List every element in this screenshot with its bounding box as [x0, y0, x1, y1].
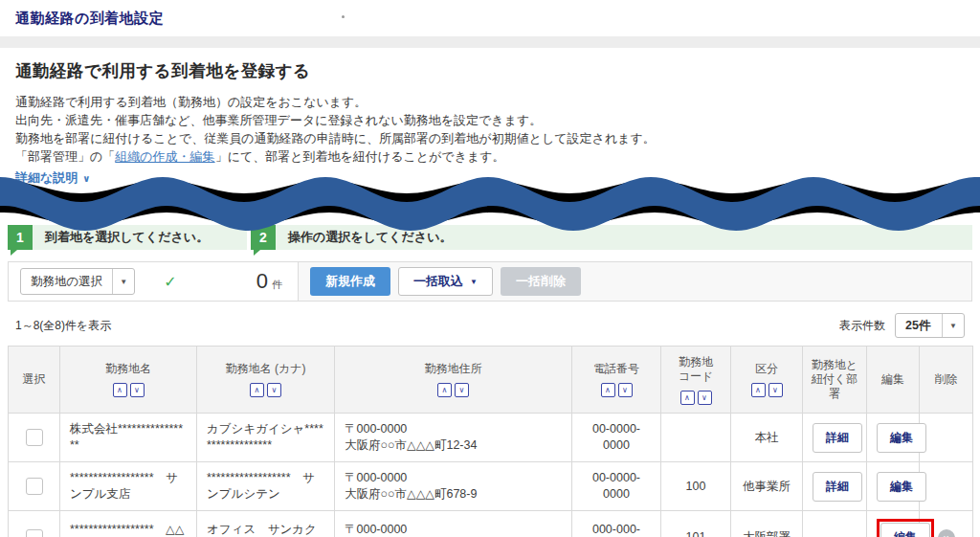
- dropdown-arrow-icon: ▼: [112, 269, 134, 294]
- worksite-select-value: 勤務地の選択: [21, 269, 112, 294]
- page-size-label: 表示件数: [839, 318, 885, 334]
- row-checkbox[interactable]: [26, 429, 43, 446]
- intro-section: 通勤経路で利用する到着地を登録する 通勤経路で利用する到着地（勤務地）の設定をお…: [0, 59, 980, 187]
- worksite-code-cell: 100: [661, 462, 731, 511]
- intro-line-2: 出向先・派遣先・催事店舗など、他事業所管理データに登録されない勤務地を設定できま…: [15, 111, 965, 129]
- step-2-label: 操作の選択をしてください。: [276, 229, 452, 246]
- table-row: ****************** サンプル支店 **************…: [9, 462, 973, 511]
- worksite-kana-cell: カブシキガイシャ******************: [197, 414, 335, 462]
- intro-line-4-suffix: 」にて、部署と到着地を紐付けることができます。: [215, 149, 505, 164]
- row-checkbox[interactable]: [26, 478, 43, 495]
- selected-count-unit: 件: [272, 278, 282, 292]
- sort-asc-icon[interactable]: ∧: [437, 383, 452, 397]
- worksite-code-cell: 101: [661, 511, 731, 537]
- worksite-kana-cell: オフィス サンカクサンカクテン: [197, 511, 335, 537]
- selected-count-number: 0: [256, 269, 268, 294]
- sort-desc-icon[interactable]: ∨: [267, 383, 281, 397]
- section-heading: 通勤経路で利用する到着地を登録する: [15, 59, 965, 82]
- header-worksite-kana: 勤務地名 (カナ) ∧∨: [197, 347, 335, 414]
- step-2-band: 2 操作の選択をしてください。: [251, 225, 972, 250]
- selection-panel: 勤務地の選択 ▼ ✓ 0 件: [9, 262, 298, 301]
- step-1-badge: 1: [8, 225, 33, 250]
- row-checkbox[interactable]: [26, 529, 43, 537]
- table-row: 株式会社**************** カブシキガイシャ***********…: [9, 414, 973, 462]
- page-title: 通勤経路の到着地設定: [15, 10, 164, 28]
- header-divider: [0, 36, 980, 48]
- header-worksite-code: 勤務地 コード ∧∨: [661, 347, 731, 414]
- header-select: 選択: [9, 347, 60, 414]
- sort-asc-icon[interactable]: ∧: [601, 383, 615, 397]
- sort-desc-icon[interactable]: ∨: [768, 383, 783, 397]
- worksite-address-cell: 〒000-0000 大阪府○○市△△町123-789: [335, 511, 572, 537]
- sort-asc-icon[interactable]: ∧: [113, 383, 127, 397]
- main-content: 通勤経路で利用する到着地を登録する 通勤経路で利用する到着地（勤務地）の設定をお…: [0, 48, 980, 537]
- intro-line-1: 通勤経路で利用する到着地（勤務地）の設定をおこないます。: [15, 93, 965, 111]
- delete-icon[interactable]: ×: [938, 529, 955, 537]
- sort-desc-icon[interactable]: ∨: [698, 391, 712, 405]
- stray-dot: [342, 15, 345, 18]
- sort-asc-icon[interactable]: ∧: [250, 383, 264, 397]
- worksite-name-cell: ****************** サンプル支店: [60, 462, 197, 511]
- action-toolbar: 勤務地の選択 ▼ ✓ 0 件 新規作成 一括取込 ▼ 一括削除: [8, 261, 972, 302]
- list-meta-row: 1～8(全8)件を表示 表示件数 25件 ▼: [15, 313, 965, 338]
- page-size-control: 表示件数 25件 ▼: [839, 313, 965, 338]
- category-cell: 他事業所: [731, 462, 803, 511]
- category-cell: 大阪部署: [731, 511, 803, 537]
- detail-description-toggle[interactable]: 詳細な説明 ∨: [15, 169, 90, 187]
- page-size-select[interactable]: 25件 ▼: [895, 313, 965, 338]
- header-phone: 電話番号 ∧∨: [572, 347, 661, 414]
- operation-panel: 新規作成 一括取込 ▼ 一括削除: [298, 262, 971, 301]
- phone-cell: 00-0000-0000: [572, 414, 661, 462]
- header-worksite-address: 勤務地住所 ∧∨: [335, 347, 572, 414]
- header-category: 区分 ∧∨: [731, 347, 803, 414]
- delete-cell: [920, 414, 973, 462]
- worksite-address-cell: 〒000-0000 大阪府○○市△△△町12-34: [335, 414, 572, 462]
- intro-line-3: 勤務地を部署に紐付けることで、従業員の通勤経路の申請時に、所属部署の到着地が初期…: [15, 129, 965, 147]
- bulk-import-label: 一括取込: [413, 273, 463, 290]
- org-edit-link[interactable]: 組織の作成・編集: [115, 149, 214, 164]
- intro-description: 通勤経路で利用する到着地（勤務地）の設定をおこないます。 出向先・派遣先・催事店…: [15, 93, 965, 166]
- header-worksite-name: 勤務地名 ∧∨: [60, 347, 197, 414]
- sort-desc-icon[interactable]: ∨: [618, 383, 633, 397]
- worksite-address-cell: 〒000-0000 大阪府○○市△△△町678-9: [335, 462, 572, 511]
- detail-button[interactable]: 詳細: [813, 423, 862, 453]
- result-count-text: 1～8(全8)件を表示: [15, 318, 111, 334]
- bulk-delete-button: 一括削除: [501, 267, 581, 296]
- selected-count: 0 件: [256, 269, 282, 294]
- edit-button[interactable]: 編集: [880, 523, 930, 537]
- table-header-row: 選択 勤務地名 ∧∨ 勤務地名 (カナ) ∧∨ 勤務地住所 ∧∨ 電話番号 ∧∨: [9, 347, 973, 414]
- edit-button[interactable]: 編集: [877, 472, 926, 502]
- chevron-down-icon: ∨: [82, 173, 90, 184]
- phone-cell: 000-000-0000: [572, 511, 661, 537]
- step-2-badge: 2: [251, 225, 276, 250]
- category-cell: 本社: [731, 414, 803, 462]
- intro-line-4-prefix: 「部署管理」の「: [15, 149, 115, 164]
- sort-desc-icon[interactable]: ∨: [130, 383, 145, 397]
- intro-line-4: 「部署管理」の「組織の作成・編集」にて、部署と到着地を紐付けることができます。: [15, 147, 965, 166]
- worksite-code-cell: [661, 414, 731, 462]
- sort-asc-icon[interactable]: ∧: [680, 391, 695, 405]
- linked-department-cell: [803, 511, 867, 537]
- worksite-kana-cell: ****************** サンプルシテン: [197, 462, 335, 511]
- page-header: 通勤経路の到着地設定: [0, 0, 980, 36]
- step-1-label: 到着地を選択してください。: [33, 229, 209, 246]
- worksite-table: 選択 勤務地名 ∧∨ 勤務地名 (カナ) ∧∨ 勤務地住所 ∧∨ 電話番号 ∧∨: [8, 346, 973, 537]
- detail-button[interactable]: 詳細: [813, 472, 862, 502]
- bulk-import-button[interactable]: 一括取込 ▼: [398, 267, 493, 296]
- detail-toggle-label: 詳細な説明: [15, 169, 78, 187]
- header-delete: 削除: [920, 347, 973, 414]
- step-indicator-row: 1 到着地を選択してください。 2 操作の選択をしてください。: [8, 225, 972, 250]
- delete-cell: [920, 462, 973, 511]
- worksite-name-cell: ****************** △△店: [60, 511, 197, 537]
- sort-desc-icon[interactable]: ∨: [455, 383, 469, 397]
- worksite-name-cell: 株式会社****************: [60, 414, 197, 462]
- sort-asc-icon[interactable]: ∧: [751, 383, 766, 397]
- edit-button[interactable]: 編集: [877, 423, 926, 453]
- worksite-select[interactable]: 勤務地の選択 ▼: [20, 268, 135, 295]
- header-edit: 編集: [867, 347, 920, 414]
- create-new-button[interactable]: 新規作成: [310, 267, 390, 296]
- page-size-value: 25件: [896, 314, 942, 337]
- check-icon: ✓: [164, 273, 176, 291]
- header-linked-department: 勤務地と 紐付く部署: [803, 347, 867, 414]
- table-row: ****************** △△店 オフィス サンカクサンカクテン 〒…: [9, 511, 973, 537]
